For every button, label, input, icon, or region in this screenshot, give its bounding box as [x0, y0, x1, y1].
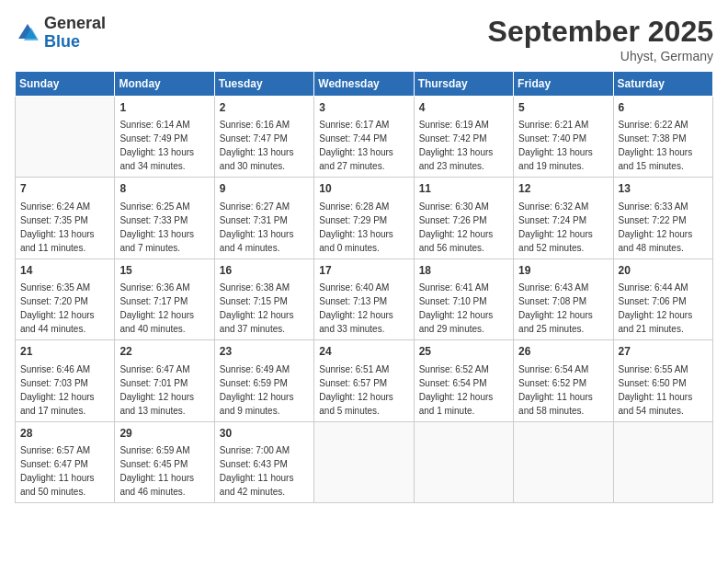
cell-info: Sunrise: 6:35 AMSunset: 7:20 PMDaylight:… — [20, 281, 109, 336]
day-number: 18 — [419, 263, 508, 279]
cell-info: Sunrise: 6:22 AMSunset: 7:38 PMDaylight:… — [619, 118, 708, 173]
day-number: 27 — [619, 344, 708, 360]
day-number: 22 — [119, 344, 209, 360]
cell-info: Sunrise: 6:27 AMSunset: 7:31 PMDaylight:… — [220, 200, 309, 255]
cell-info: Sunrise: 6:19 AMSunset: 7:42 PMDaylight:… — [419, 118, 508, 173]
calendar-cell: 28Sunrise: 6:57 AMSunset: 6:47 PMDayligh… — [16, 421, 115, 502]
cell-info: Sunrise: 6:55 AMSunset: 6:50 PMDaylight:… — [619, 362, 708, 418]
month-title: September 2025 — [488, 15, 713, 49]
calendar-cell: 8Sunrise: 6:25 AMSunset: 7:33 PMDaylight… — [115, 178, 214, 259]
day-number: 21 — [20, 344, 109, 360]
calendar-cell: 4Sunrise: 6:19 AMSunset: 7:42 PMDaylight… — [414, 97, 513, 178]
day-number: 23 — [220, 344, 309, 360]
calendar-cell: 19Sunrise: 6:43 AMSunset: 7:08 PMDayligh… — [514, 259, 613, 339]
calendar-cell — [16, 97, 115, 178]
calendar-cell: 18Sunrise: 6:41 AMSunset: 7:10 PMDayligh… — [414, 259, 513, 339]
location: Uhyst, Germany — [488, 49, 713, 63]
cell-info: Sunrise: 6:25 AMSunset: 7:33 PMDaylight:… — [119, 200, 209, 255]
calendar-week-row: 28Sunrise: 6:57 AMSunset: 6:47 PMDayligh… — [16, 421, 713, 502]
calendar-cell: 16Sunrise: 6:38 AMSunset: 7:15 PMDayligh… — [214, 259, 313, 339]
day-number: 5 — [518, 100, 608, 116]
day-number: 13 — [619, 181, 708, 197]
calendar-week-row: 7Sunrise: 6:24 AMSunset: 7:35 PMDaylight… — [16, 178, 713, 259]
cell-info: Sunrise: 6:52 AMSunset: 6:54 PMDaylight:… — [419, 362, 508, 418]
cell-info: Sunrise: 6:30 AMSunset: 7:26 PMDaylight:… — [419, 200, 508, 255]
day-number: 3 — [319, 100, 408, 116]
calendar-cell: 7Sunrise: 6:24 AMSunset: 7:35 PMDaylight… — [16, 178, 115, 259]
calendar-cell: 13Sunrise: 6:33 AMSunset: 7:22 PMDayligh… — [613, 178, 712, 259]
cell-info: Sunrise: 6:32 AMSunset: 7:24 PMDaylight:… — [518, 200, 608, 255]
calendar-cell: 2Sunrise: 6:16 AMSunset: 7:47 PMDaylight… — [214, 97, 313, 178]
day-number: 24 — [319, 344, 408, 360]
day-number: 9 — [220, 181, 309, 197]
calendar-cell: 22Sunrise: 6:47 AMSunset: 7:01 PMDayligh… — [115, 340, 214, 421]
weekday-header: Thursday — [414, 72, 513, 97]
cell-info: Sunrise: 6:51 AMSunset: 6:57 PMDaylight:… — [319, 362, 408, 418]
calendar-cell: 9Sunrise: 6:27 AMSunset: 7:31 PMDaylight… — [214, 178, 313, 259]
weekday-header: Tuesday — [214, 72, 313, 97]
cell-info: Sunrise: 6:28 AMSunset: 7:29 PMDaylight:… — [319, 200, 408, 255]
day-number: 8 — [119, 181, 209, 197]
cell-info: Sunrise: 6:41 AMSunset: 7:10 PMDaylight:… — [419, 281, 508, 336]
calendar-table: SundayMondayTuesdayWednesdayThursdayFrid… — [15, 71, 713, 503]
cell-info: Sunrise: 6:33 AMSunset: 7:22 PMDaylight:… — [619, 200, 708, 255]
calendar-cell: 15Sunrise: 6:36 AMSunset: 7:17 PMDayligh… — [115, 259, 214, 339]
calendar-cell: 26Sunrise: 6:54 AMSunset: 6:52 PMDayligh… — [514, 340, 613, 421]
weekday-header-row: SundayMondayTuesdayWednesdayThursdayFrid… — [16, 72, 713, 97]
calendar-cell: 24Sunrise: 6:51 AMSunset: 6:57 PMDayligh… — [314, 340, 414, 421]
day-number: 4 — [419, 100, 508, 116]
cell-info: Sunrise: 6:24 AMSunset: 7:35 PMDaylight:… — [20, 200, 109, 255]
calendar-cell: 5Sunrise: 6:21 AMSunset: 7:40 PMDaylight… — [514, 97, 613, 178]
logo-icon — [15, 20, 40, 46]
day-number: 25 — [419, 344, 508, 360]
calendar-cell — [613, 421, 712, 502]
cell-info: Sunrise: 6:38 AMSunset: 7:15 PMDaylight:… — [220, 281, 309, 336]
calendar-cell: 17Sunrise: 6:40 AMSunset: 7:13 PMDayligh… — [314, 259, 414, 339]
cell-info: Sunrise: 7:00 AMSunset: 6:43 PMDaylight:… — [220, 443, 309, 499]
logo-general: General — [44, 14, 106, 32]
calendar-cell: 10Sunrise: 6:28 AMSunset: 7:29 PMDayligh… — [314, 178, 414, 259]
cell-info: Sunrise: 6:57 AMSunset: 6:47 PMDaylight:… — [20, 443, 109, 499]
day-number: 26 — [518, 344, 608, 360]
calendar-cell: 20Sunrise: 6:44 AMSunset: 7:06 PMDayligh… — [613, 259, 712, 339]
cell-info: Sunrise: 6:36 AMSunset: 7:17 PMDaylight:… — [119, 281, 209, 336]
cell-info: Sunrise: 6:43 AMSunset: 7:08 PMDaylight:… — [518, 281, 608, 336]
day-number: 10 — [319, 181, 408, 197]
calendar-week-row: 14Sunrise: 6:35 AMSunset: 7:20 PMDayligh… — [16, 259, 713, 339]
calendar-cell: 30Sunrise: 7:00 AMSunset: 6:43 PMDayligh… — [214, 421, 313, 502]
cell-info: Sunrise: 6:54 AMSunset: 6:52 PMDaylight:… — [518, 362, 608, 418]
cell-info: Sunrise: 6:44 AMSunset: 7:06 PMDaylight:… — [619, 281, 708, 336]
weekday-header: Saturday — [613, 72, 712, 97]
cell-info: Sunrise: 6:47 AMSunset: 7:01 PMDaylight:… — [119, 362, 209, 418]
calendar-cell: 3Sunrise: 6:17 AMSunset: 7:44 PMDaylight… — [314, 97, 414, 178]
day-number: 16 — [220, 263, 309, 279]
cell-info: Sunrise: 6:49 AMSunset: 6:59 PMDaylight:… — [220, 362, 309, 418]
day-number: 20 — [619, 263, 708, 279]
cell-info: Sunrise: 6:14 AMSunset: 7:49 PMDaylight:… — [119, 118, 209, 173]
title-block: September 2025 Uhyst, Germany — [488, 15, 713, 63]
cell-info: Sunrise: 6:59 AMSunset: 6:45 PMDaylight:… — [119, 443, 209, 499]
day-number: 6 — [619, 100, 708, 116]
cell-info: Sunrise: 6:40 AMSunset: 7:13 PMDaylight:… — [319, 281, 408, 336]
day-number: 11 — [419, 181, 508, 197]
logo: General Blue — [15, 15, 106, 52]
day-number: 14 — [20, 263, 109, 279]
weekday-header: Wednesday — [314, 72, 414, 97]
day-number: 29 — [119, 426, 209, 442]
day-number: 17 — [319, 263, 408, 279]
weekday-header: Sunday — [16, 72, 115, 97]
weekday-header: Friday — [514, 72, 613, 97]
calendar-cell: 21Sunrise: 6:46 AMSunset: 7:03 PMDayligh… — [16, 340, 115, 421]
calendar-cell: 1Sunrise: 6:14 AMSunset: 7:49 PMDaylight… — [115, 97, 214, 178]
weekday-header: Monday — [115, 72, 214, 97]
calendar-cell — [314, 421, 414, 502]
calendar-cell — [514, 421, 613, 502]
day-number: 1 — [119, 100, 209, 116]
calendar-cell: 23Sunrise: 6:49 AMSunset: 6:59 PMDayligh… — [214, 340, 313, 421]
calendar-cell: 29Sunrise: 6:59 AMSunset: 6:45 PMDayligh… — [115, 421, 214, 502]
calendar-cell: 12Sunrise: 6:32 AMSunset: 7:24 PMDayligh… — [514, 178, 613, 259]
day-number: 2 — [220, 100, 309, 116]
calendar-cell: 14Sunrise: 6:35 AMSunset: 7:20 PMDayligh… — [16, 259, 115, 339]
calendar-week-row: 21Sunrise: 6:46 AMSunset: 7:03 PMDayligh… — [16, 340, 713, 421]
calendar-week-row: 1Sunrise: 6:14 AMSunset: 7:49 PMDaylight… — [16, 97, 713, 178]
